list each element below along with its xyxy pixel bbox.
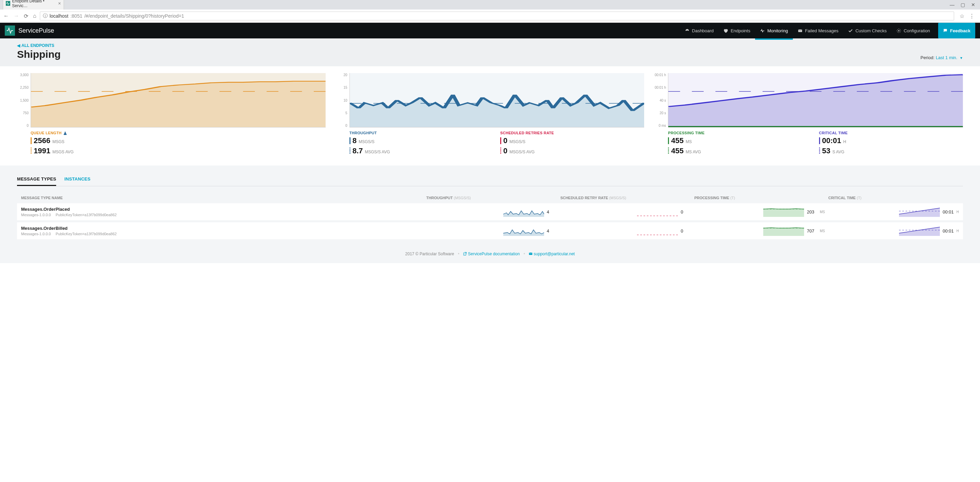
url-path: /#/endpoint_details/Shipping/0?historyPe… (84, 13, 184, 19)
charts-row: 3,0002,2501,5007500 QUEUE LENGTH 2566MSG… (0, 66, 980, 159)
period-label: Period: (920, 55, 934, 60)
svg-rect-12 (763, 228, 804, 236)
back-link[interactable]: ◀ ALL ENDPOINTS (17, 43, 60, 48)
tab-message-types[interactable]: MESSAGE TYPES (17, 174, 56, 186)
tab-strip: Endpoint Details • Servic… × (0, 0, 980, 10)
page-title: Shipping (17, 49, 60, 60)
sparkline-critical (899, 226, 940, 236)
y-ticks: 20151050 (336, 73, 349, 127)
sparkline-throughput (503, 207, 544, 217)
metric-label-queue: QUEUE LENGTH (30, 131, 326, 135)
message-type-name: Messages.OrderPlaced (21, 207, 423, 212)
feedback-button[interactable]: Feedback (938, 23, 975, 38)
external-link-icon (463, 252, 467, 255)
window-controls: — ▢ ✕ (945, 0, 980, 10)
sparkline-processing (763, 207, 804, 217)
page-header: ◀ ALL ENDPOINTS Shipping Period: Last 1 … (0, 38, 980, 66)
nav-custom-checks[interactable]: Custom Checks (843, 23, 891, 38)
url-host: localhost (50, 13, 68, 19)
browser-chrome: — ▢ ✕ Endpoint Details • Servic… × ← → ⟳… (0, 0, 980, 23)
chart-queue-length: 3,0002,2501,5007500 QUEUE LENGTH 2566MSG… (17, 73, 326, 155)
brand-label: ServicePulse (18, 27, 54, 34)
browser-tab[interactable]: Endpoint Details • Servic… × (3, 0, 64, 10)
y-ticks: 3,0002,2501,5007500 (17, 73, 30, 127)
message-type-name: Messages.OrderBilled (21, 226, 423, 231)
favicon-icon (6, 1, 10, 6)
url-port: :8051 (70, 13, 82, 19)
tabs: MESSAGE TYPES INSTANCES (17, 174, 963, 186)
minimize-icon[interactable]: — (950, 2, 955, 8)
table-header: MESSAGE TYPE NAME THROUGHPUT (MSGS/S) SC… (17, 192, 963, 203)
close-tab-icon[interactable]: × (58, 1, 61, 6)
app-header: ServicePulse Dashboard Endpoints Monitor… (0, 23, 980, 38)
caret-down-icon: ▼ (959, 56, 963, 60)
metric-label-retries: SCHEDULED RETRIES RATE (500, 131, 644, 135)
heartbeat-icon (760, 28, 765, 33)
heart-icon (723, 28, 728, 33)
address-bar: ← → ⟳ ⌂ ⓘ localhost:8051/#/endpoint_deta… (0, 10, 980, 22)
support-link[interactable]: support@particular.net (529, 252, 575, 256)
site-info-icon[interactable]: ⓘ (43, 13, 48, 19)
brand-icon (5, 25, 15, 36)
comment-icon (943, 28, 948, 33)
close-window-icon[interactable]: ✕ (971, 2, 975, 8)
lower-section: MESSAGE TYPES INSTANCES MESSAGE TYPE NAM… (0, 165, 980, 263)
reload-icon[interactable]: ⟳ (24, 13, 28, 19)
back-icon[interactable]: ← (3, 13, 9, 19)
home-icon[interactable]: ⌂ (33, 13, 37, 19)
svg-rect-8 (763, 209, 804, 217)
check-icon (848, 28, 853, 33)
sparkline-retry (637, 226, 678, 236)
docs-link[interactable]: ServicePulse documentation (463, 252, 520, 256)
nav-endpoints[interactable]: Endpoints (718, 23, 755, 38)
chart-throughput: 20151050 THROUGHPUT 8MSGS/S 8.7MSGS/S AV… (336, 73, 644, 155)
svg-point-2 (898, 30, 899, 31)
caret-left-icon: ◀ (17, 43, 20, 48)
maximize-icon[interactable]: ▢ (961, 2, 965, 8)
tab-instances[interactable]: INSTANCES (64, 174, 91, 186)
table-row[interactable]: Messages.OrderBilled Messages-1.0.0.0Pub… (17, 222, 963, 239)
forward-icon[interactable]: → (14, 13, 19, 19)
period-value: Last 1 min. (936, 55, 958, 60)
message-types-table: MESSAGE TYPE NAME THROUGHPUT (MSGS/S) SC… (17, 192, 963, 239)
envelope-icon (798, 28, 803, 33)
metric-label-critical: CRITICAL TIME (819, 131, 963, 135)
footer: 2017 © Particular Software • ServicePuls… (17, 241, 963, 263)
y-ticks: 00:01 h00:01 h40 s20 s0 ms (654, 73, 667, 127)
sparkline-processing (763, 226, 804, 236)
menu-icon[interactable]: ⋮ (969, 13, 975, 19)
gauge-icon (685, 28, 690, 33)
nav-configuration[interactable]: Configuration (891, 23, 935, 38)
nav-dashboard[interactable]: Dashboard (680, 23, 719, 38)
envelope-icon (529, 252, 533, 255)
chart-timing: 00:01 h00:01 h40 s20 s0 ms PROCESSING TI… (654, 73, 963, 155)
star-icon[interactable]: ☆ (959, 13, 964, 19)
flask-icon (63, 131, 67, 135)
table-row[interactable]: Messages.OrderPlaced Messages-1.0.0.0Pub… (17, 203, 963, 220)
metric-label-processing: PROCESSING TIME (668, 131, 812, 135)
metric-label-throughput: THROUGHPUT (350, 131, 493, 135)
period-selector[interactable]: Period: Last 1 min. ▼ (920, 55, 963, 60)
gear-icon (896, 28, 901, 33)
svg-point-0 (687, 30, 688, 31)
nav-monitoring[interactable]: Monitoring (755, 23, 793, 38)
brand[interactable]: ServicePulse (5, 25, 54, 36)
sparkline-retry (637, 207, 678, 217)
nav-failed-messages[interactable]: Failed Messages (793, 23, 843, 38)
tab-title: Endpoint Details • Servic… (12, 0, 56, 8)
url-input[interactable]: ⓘ localhost:8051/#/endpoint_details/Ship… (40, 11, 954, 21)
sparkline-throughput (503, 226, 544, 236)
main-nav: Dashboard Endpoints Monitoring Failed Me… (680, 23, 975, 38)
sparkline-critical (899, 207, 940, 217)
